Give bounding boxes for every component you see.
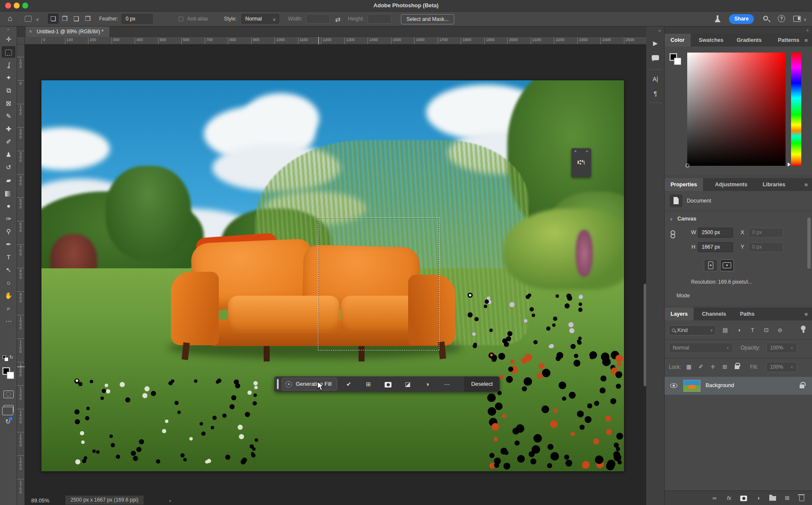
swap-colors-icon[interactable]: ↻: [9, 355, 13, 360]
layer-thumbnail[interactable]: [683, 380, 700, 392]
horizontal-ruler[interactable]: 0100200300400500600700800900100011001200…: [25, 37, 646, 44]
hand-tool[interactable]: ✋: [2, 290, 15, 301]
select-and-mask-button[interactable]: Select and Mask...: [401, 14, 454, 24]
panel-menu-icon[interactable]: ≡: [804, 311, 808, 317]
quick-mask-button[interactable]: [3, 390, 14, 398]
tab-paths[interactable]: Paths: [734, 308, 760, 320]
lock-position-icon[interactable]: ✛: [708, 362, 718, 372]
sync-status-icon[interactable]: ↻: [5, 418, 11, 426]
home-icon[interactable]: ⌂: [8, 14, 12, 23]
modify-selection-icon[interactable]: ⊞: [362, 379, 374, 390]
mini-panel-close-icon[interactable]: ×: [574, 149, 577, 153]
dock-collapse-icon[interactable]: »: [665, 26, 812, 34]
color-picker-handle[interactable]: [685, 164, 689, 167]
task-bar-drag-handle[interactable]: [277, 379, 279, 389]
close-tab-icon[interactable]: ×: [29, 26, 32, 37]
generative-fill-button[interactable]: ✦ Generative Fill: [282, 378, 337, 390]
portrait-orientation-button[interactable]: [704, 259, 718, 271]
selection-marquee[interactable]: [318, 217, 439, 350]
help-icon[interactable]: ?: [778, 15, 785, 22]
swap-dimensions-icon[interactable]: ⇄: [335, 16, 341, 23]
object-selection-tool[interactable]: ✦: [2, 72, 15, 83]
lock-all-icon[interactable]: [732, 362, 741, 372]
new-layer-icon[interactable]: ⊞: [782, 493, 793, 503]
adjustment-layer-icon[interactable]: ◑: [753, 493, 764, 503]
create-mask-icon[interactable]: [382, 379, 394, 390]
layer-filter-kind[interactable]: Kind∨: [669, 325, 716, 335]
link-layers-icon[interactable]: ∞: [709, 493, 720, 503]
zoom-level-status[interactable]: 89.05%: [31, 498, 49, 504]
background-color-swatch[interactable]: [7, 372, 14, 379]
anti-alias-checkbox[interactable]: [179, 17, 183, 21]
tool-preset-icon[interactable]: [25, 16, 32, 22]
subtract-from-selection-icon[interactable]: ❑: [71, 14, 82, 24]
lasso-tool[interactable]: ʆ: [2, 59, 15, 70]
panel-menu-icon[interactable]: ≡: [804, 182, 808, 188]
adjustment-icon[interactable]: ◑: [421, 379, 433, 390]
eraser-tool[interactable]: ▰: [2, 174, 15, 186]
share-button[interactable]: Share: [729, 14, 754, 24]
expand-panels-icon[interactable]: «: [646, 26, 664, 34]
gradient-tool[interactable]: [2, 187, 15, 199]
mini-panel-tool-icon[interactable]: ⑆↰: [571, 159, 591, 166]
layer-name[interactable]: Background: [706, 382, 734, 388]
deselect-button[interactable]: Deselect: [464, 376, 500, 392]
canvas-height-input[interactable]: 1667 px: [698, 242, 733, 252]
document-tab[interactable]: × Untitled-1 @ 89% (RGB/8#) *: [26, 26, 109, 37]
canvas-section-label[interactable]: Canvas: [677, 216, 696, 222]
intersect-selection-icon[interactable]: ❒: [82, 14, 93, 24]
frame-tool[interactable]: ⊠: [2, 97, 15, 109]
canvas-y-input[interactable]: 0 px: [748, 242, 783, 252]
lock-pixels-icon[interactable]: ✐: [696, 362, 706, 372]
panel-menu-icon[interactable]: ≡: [804, 37, 808, 44]
beta-flask-icon[interactable]: [715, 15, 721, 22]
tab-libraries[interactable]: Libraries: [757, 178, 791, 191]
blur-tool[interactable]: ●: [2, 200, 15, 211]
filter-type-icon[interactable]: T: [747, 325, 758, 335]
vertical-ruler[interactable]: 1 0 001 0 02 0 03 0 04 0 05 0 06 0 07 0 …: [17, 44, 25, 505]
tools-collapse-icon[interactable]: »: [0, 27, 17, 32]
workspace-chevron-icon[interactable]: ∨: [803, 17, 806, 22]
lock-artboard-icon[interactable]: ⊞: [720, 362, 730, 372]
type-tool[interactable]: T: [2, 251, 15, 263]
more-options-icon[interactable]: ⋯: [441, 379, 453, 390]
saturation-brightness-field[interactable]: [687, 53, 786, 166]
tool-preset-chevron-icon[interactable]: ∨: [36, 17, 39, 22]
mini-panel-collapse-icon[interactable]: »: [586, 149, 588, 153]
lock-transparency-icon[interactable]: ▦: [684, 362, 694, 372]
clone-stamp-tool[interactable]: ♟: [2, 149, 15, 160]
tab-adjustments[interactable]: Adjustments: [709, 178, 753, 191]
filter-pin-icon[interactable]: [800, 326, 806, 333]
history-brush-tool[interactable]: ↺: [2, 161, 15, 173]
canvas-x-input[interactable]: 0 px: [748, 228, 783, 238]
path-selection-tool[interactable]: ↖: [2, 264, 15, 276]
mini-background-swatch[interactable]: [5, 358, 8, 361]
ruler-corner[interactable]: [17, 37, 25, 44]
tab-layers[interactable]: Layers: [665, 308, 694, 320]
delete-layer-icon[interactable]: [796, 493, 807, 503]
status-chevron-icon[interactable]: ›: [169, 498, 171, 504]
crop-tool[interactable]: ⧉: [2, 85, 15, 96]
move-tool[interactable]: ✛: [2, 33, 15, 45]
new-selection-icon[interactable]: ❏: [48, 14, 59, 24]
paragraph-panel-button[interactable]: ¶: [646, 86, 665, 101]
landscape-orientation-button[interactable]: [720, 259, 734, 271]
link-dimensions-icon[interactable]: [671, 232, 676, 238]
panel-background-swatch[interactable]: [674, 58, 681, 65]
remove-tool[interactable]: ✑: [2, 213, 15, 224]
layer-visibility-icon[interactable]: [670, 383, 677, 388]
rectangular-marquee-tool[interactable]: [2, 46, 15, 58]
shape-tool[interactable]: ○: [2, 277, 15, 288]
search-icon[interactable]: [763, 16, 768, 21]
properties-scrollbar[interactable]: [807, 217, 811, 269]
canvas-image[interactable]: [41, 80, 624, 471]
add-to-selection-icon[interactable]: ❐: [59, 14, 70, 24]
canvas-width-input[interactable]: 2500 px: [698, 228, 733, 238]
tab-gradients[interactable]: Gradients: [731, 34, 768, 47]
zoom-tool[interactable]: ⌕: [2, 302, 15, 314]
layer-effects-icon[interactable]: fx: [724, 493, 735, 503]
character-panel-button[interactable]: A|: [646, 72, 665, 86]
healing-brush-tool[interactable]: ✚: [2, 123, 15, 135]
brush-tool[interactable]: ✐: [2, 136, 15, 147]
actions-panel-button[interactable]: ▶: [646, 36, 665, 50]
